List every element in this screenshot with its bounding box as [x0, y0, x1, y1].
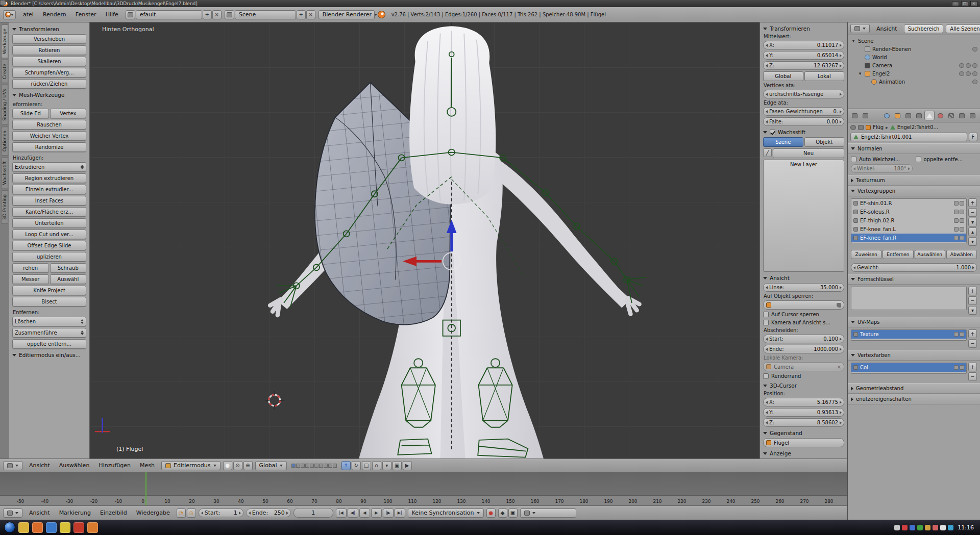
- tray-sync[interactable]: [948, 525, 953, 530]
- section-benutzereigenschaften[interactable]: enutzereigenschaften: [848, 394, 980, 404]
- keying-set-icon[interactable]: ◆: [498, 508, 507, 518]
- use-preview-range-icon[interactable]: ◔: [177, 508, 186, 518]
- vertex-group-row[interactable]: EF-thigh.02.R: [851, 216, 966, 225]
- tab-create[interactable]: Create: [1, 60, 8, 83]
- lens-field[interactable]: Linse:35.000: [763, 283, 844, 292]
- panel-anzeige[interactable]: Anzeige: [763, 449, 844, 457]
- screen-layout-browse-button[interactable]: [126, 10, 135, 19]
- pin-icon[interactable]: [954, 201, 959, 206]
- viewport-menu-hinzufügen[interactable]: Hinzufügen: [94, 461, 135, 470]
- menu-fenster[interactable]: Fenster: [71, 10, 101, 19]
- grease-scene-button[interactable]: Szene: [763, 137, 803, 147]
- move-down-button[interactable]: ▾: [968, 237, 977, 246]
- tool-button-uplizieren[interactable]: uplizieren: [12, 252, 86, 262]
- outliner-render-icon[interactable]: [972, 71, 977, 76]
- render-icon[interactable]: [960, 227, 964, 232]
- snap-magnet-icon[interactable]: ∩: [372, 461, 381, 470]
- props-tab-world[interactable]: [881, 111, 892, 120]
- tool-button-kante-fläche-erz[interactable]: Kante/Fläche erz...: [12, 207, 86, 217]
- local-camera-field[interactable]: Camera×: [763, 362, 844, 371]
- cursor-y-field[interactable]: Y:0.93613: [763, 408, 844, 417]
- section-formschluessel[interactable]: Formschlüssel: [848, 274, 980, 285]
- expand-toggle-icon[interactable]: ▾: [851, 38, 856, 43]
- props-tab-render[interactable]: [849, 111, 860, 120]
- expand-toggle-icon[interactable]: ▾: [857, 71, 863, 76]
- pin-icon[interactable]: [954, 210, 959, 214]
- close-layout-button[interactable]: ×: [212, 10, 222, 19]
- tool-button-einzeln-extrudier[interactable]: Einzeln extrudier...: [12, 185, 86, 194]
- tool-button-offset-edge-slide[interactable]: Offset Edge Slide: [12, 241, 86, 250]
- outliner-menu-ansicht[interactable]: Ansicht: [872, 24, 901, 34]
- current-frame-line[interactable]: [145, 472, 146, 505]
- tray-clipboard[interactable]: [940, 525, 946, 530]
- grease-pencil-checkbox[interactable]: [770, 130, 775, 135]
- tool-button-verschieben[interactable]: Verschieben: [12, 34, 86, 44]
- breadcrumb-data[interactable]: Engel2:Tshirt0...: [897, 124, 938, 130]
- jump-next-keyframe-button[interactable]: |▶: [383, 508, 394, 518]
- editor-type-dropdown[interactable]: [3, 461, 22, 470]
- browser-taskbar-icon[interactable]: [46, 522, 57, 533]
- scene-dropdown[interactable]: Scene: [235, 10, 296, 19]
- auto-keyframe-record-button[interactable]: ●: [486, 508, 496, 518]
- breadcrumb-object[interactable]: Flüg: [873, 124, 884, 130]
- outliner-editor-type-dropdown[interactable]: [850, 24, 870, 33]
- weight-field[interactable]: Gewicht:1.000: [851, 263, 977, 272]
- outliner-eye-icon[interactable]: [959, 71, 964, 76]
- layer-toggle[interactable]: [296, 464, 300, 468]
- render-engine-dropdown[interactable]: Blender Renderer: [318, 10, 375, 19]
- vertex-group-row[interactable]: EF-knee_fan.L: [851, 225, 966, 234]
- viewport-shading-icon[interactable]: ●: [223, 461, 232, 470]
- orientation-dropdown[interactable]: Global: [255, 461, 287, 470]
- close-scene-button[interactable]: ×: [306, 10, 315, 19]
- global-button[interactable]: Global: [763, 71, 803, 81]
- mode-dropdown[interactable]: Editiermodus: [161, 461, 220, 470]
- tool-button-inset-faces[interactable]: Inset Faces: [12, 196, 86, 206]
- manipulator-translate-icon[interactable]: ↑: [341, 461, 351, 470]
- tool-button-schrumpfen-verg[interactable]: Schrumpfen/Verg...: [12, 68, 86, 78]
- opengl-anim-icon[interactable]: ▶: [403, 461, 412, 470]
- bevel-weight-field[interactable]: Fasen-Gewichtungen0.: [763, 107, 844, 116]
- menu-hilfe[interactable]: Hilfe: [102, 10, 122, 19]
- panel-header-editiermodus-ein-aus[interactable]: Editiermodus ein/aus...: [12, 350, 86, 359]
- render-icon[interactable]: [960, 210, 964, 214]
- bevel-weight-mode-field[interactable]: urchschnitts-Fasenge: [763, 90, 844, 98]
- tool-button-rotieren[interactable]: Rotieren: [12, 45, 86, 55]
- jump-to-end-button[interactable]: ▶|: [395, 508, 405, 518]
- tool-button-oppelte-entfern[interactable]: oppelte entfern...: [12, 339, 86, 349]
- opengl-render-icon[interactable]: ▣: [393, 461, 402, 470]
- tab-wachsstift[interactable]: Wachsstift: [1, 157, 8, 189]
- panel-gegenstand[interactable]: Gegenstand: [763, 428, 844, 437]
- outliner-row-animation[interactable]: Animation: [849, 78, 978, 86]
- lock-cursor-checkbox[interactable]: [763, 312, 769, 317]
- crease-field[interactable]: Falte:0.00: [763, 117, 844, 126]
- vertex-group-row[interactable]: EF-soleus.R: [851, 208, 966, 216]
- uvmap-row[interactable]: Texture: [851, 330, 966, 339]
- fake-user-button[interactable]: F: [969, 133, 977, 141]
- section-texturraum[interactable]: Texturraum: [848, 175, 980, 186]
- vertex-color-row[interactable]: Col: [851, 363, 966, 372]
- minimize-button[interactable]: –: [952, 1, 959, 6]
- viewport-menu-ansicht[interactable]: Ansicht: [25, 461, 54, 470]
- current-frame-field[interactable]: 1: [293, 508, 333, 518]
- layer-toggle[interactable]: [319, 464, 323, 468]
- section-vertexfarben[interactable]: Vertexfarben: [848, 350, 980, 361]
- add-button[interactable]: +: [968, 329, 977, 338]
- viewport-menu-mesh[interactable]: Mesh: [136, 461, 159, 470]
- panel-ansicht[interactable]: Ansicht: [763, 273, 844, 282]
- remove-button[interactable]: −: [968, 296, 977, 305]
- blender-taskbar-icon[interactable]: [87, 522, 98, 533]
- pivot-point-icon[interactable]: ⊙: [233, 461, 242, 470]
- frame-start-field[interactable]: Start:1: [199, 508, 243, 517]
- remove-button[interactable]: −: [968, 372, 977, 381]
- insert-keyframe-icon[interactable]: ▣: [508, 508, 518, 518]
- render-border-checkbox[interactable]: [763, 373, 769, 379]
- render-icon[interactable]: [960, 236, 964, 240]
- wrench-icon[interactable]: [858, 125, 864, 130]
- tool-button-messer[interactable]: Messer: [12, 274, 49, 284]
- clip-start-field[interactable]: Start:0.100: [763, 335, 844, 343]
- pin-icon[interactable]: [850, 125, 856, 130]
- item-name-field[interactable]: Flügel: [763, 438, 844, 447]
- outliner-row-scene[interactable]: ▾Scene: [849, 37, 978, 45]
- layer-toggle[interactable]: [333, 464, 337, 468]
- props-tab-data[interactable]: [924, 111, 935, 120]
